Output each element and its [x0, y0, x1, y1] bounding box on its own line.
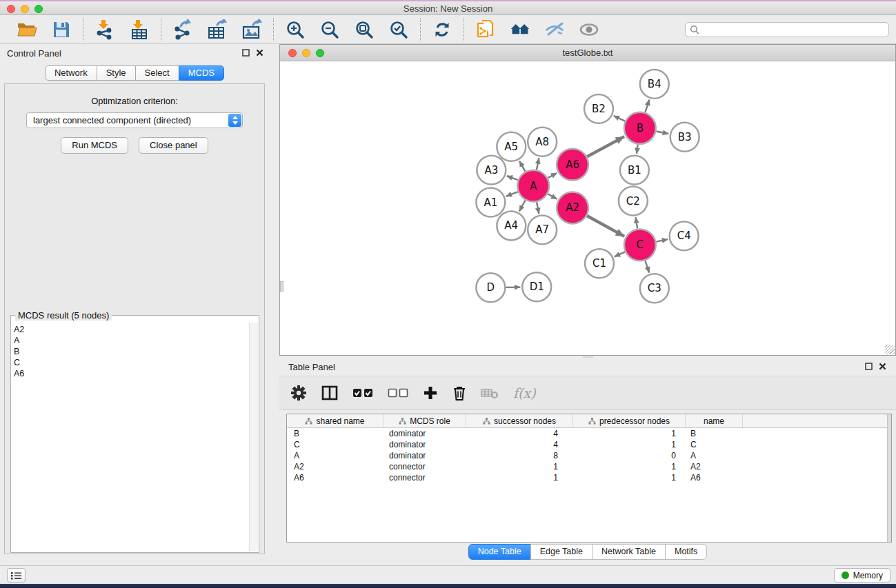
window-resize-grip[interactable] [885, 345, 895, 354]
graph-node-A[interactable]: A [517, 170, 549, 202]
import-network-icon[interactable] [94, 19, 115, 40]
tab-style[interactable]: Style [97, 65, 136, 81]
graph-edge-C-C2[interactable] [636, 217, 638, 229]
result-item[interactable]: C [14, 357, 259, 368]
graph-edge-A-A6[interactable] [548, 173, 557, 178]
close-panel-icon[interactable] [256, 49, 263, 57]
tab-network[interactable]: Network [45, 65, 97, 81]
browse-mode-icon[interactable] [321, 384, 338, 402]
graph-node-B2[interactable]: B2 [584, 94, 613, 123]
float-panel-icon[interactable] [242, 49, 250, 57]
graph-edge-B-B1[interactable] [637, 145, 638, 154]
graph-node-A4[interactable]: A4 [497, 211, 526, 240]
node-table[interactable]: shared name MCDS role successor nodes pr… [286, 414, 892, 543]
graph-node-A7[interactable]: A7 [528, 215, 557, 244]
zoom-in-icon[interactable] [285, 19, 306, 40]
result-scrollbar[interactable] [249, 323, 258, 551]
result-item[interactable]: A6 [14, 368, 259, 379]
mcds-result-list[interactable]: A2 A B C A6 [11, 316, 259, 379]
table-settings-gear-icon[interactable] [290, 384, 307, 402]
graph-node-D1[interactable]: D1 [522, 272, 551, 301]
tab-motifs[interactable]: Motifs [665, 544, 707, 560]
task-history-button[interactable] [7, 568, 26, 582]
delete-column-trash-icon[interactable] [452, 384, 466, 402]
graph-edge-B-B2[interactable] [614, 116, 625, 121]
table-row[interactable]: A6connector11A6 [287, 472, 891, 483]
graph-edge-A-A7[interactable] [537, 202, 539, 214]
tab-network-table[interactable]: Network Table [592, 544, 666, 560]
table-row[interactable]: Cdominator41C [287, 439, 891, 450]
open-session-icon[interactable] [17, 19, 37, 40]
column-header-successor-nodes[interactable]: successor nodes [466, 414, 573, 427]
tab-select[interactable]: Select [135, 65, 179, 81]
column-header-predecessor-nodes[interactable]: predecessor nodes [573, 414, 686, 427]
graph-node-A8[interactable]: A8 [528, 128, 557, 156]
graph-edge-B-B4[interactable] [645, 100, 649, 112]
graph-edge-C-C1[interactable] [615, 252, 625, 256]
memory-button[interactable]: Memory [834, 568, 890, 582]
tab-edge-table[interactable]: Edge Table [530, 544, 593, 560]
graph-node-C4[interactable]: C4 [670, 221, 699, 250]
clone-network-icon[interactable] [475, 19, 496, 40]
export-table-icon[interactable] [207, 19, 228, 40]
table-row[interactable]: Bdominator41B [287, 428, 891, 439]
graph-node-A5[interactable]: A5 [497, 132, 526, 161]
table-row[interactable]: A2connector11A2 [287, 461, 891, 472]
graph-edge-A-A2[interactable] [548, 194, 557, 199]
graph-edge-A2-C[interactable] [587, 216, 624, 236]
graph-edge-C-C4[interactable] [656, 239, 668, 241]
network-graph[interactable]: B4B2BB3B1A5A8A6A3AA1A2A4A7C2C4CC1C3DD1 [280, 61, 896, 355]
result-item[interactable]: B [14, 346, 259, 357]
close-panel-button[interactable]: Close panel [139, 137, 208, 154]
run-mcds-button[interactable]: Run MCDS [61, 137, 128, 154]
home-icon[interactable] [510, 19, 530, 40]
table-row[interactable]: Adominator80A [287, 450, 891, 461]
graph-node-B[interactable]: B [624, 112, 656, 144]
graph-edge-A-A8[interactable] [537, 158, 539, 170]
export-network-icon[interactable] [172, 19, 193, 40]
refresh-icon[interactable] [432, 19, 452, 40]
column-header-shared-name[interactable]: shared name [287, 414, 384, 427]
network-canvas[interactable]: B4B2BB3B1A5A8A6A3AA1A2A4A7C2C4CC1C3DD1 [280, 61, 895, 355]
criterion-dropdown[interactable]: largest connected component (directed) [26, 112, 243, 128]
graph-node-D[interactable]: D [476, 273, 505, 302]
search-input[interactable] [702, 23, 888, 36]
graph-node-A6[interactable]: A6 [557, 149, 588, 181]
graph-node-C[interactable]: C [624, 229, 656, 261]
tab-mcds[interactable]: MCDS [179, 65, 224, 81]
graph-node-B4[interactable]: B4 [640, 70, 669, 99]
export-image-icon[interactable] [241, 19, 262, 40]
table-scrollbar[interactable] [887, 414, 891, 542]
add-column-icon[interactable] [423, 384, 438, 402]
network-window-titlebar[interactable]: testGlobe.txt [280, 45, 895, 61]
graph-node-B3[interactable]: B3 [670, 123, 699, 152]
graph-node-C2[interactable]: C2 [619, 187, 648, 216]
deselect-all-icon[interactable] [388, 384, 408, 402]
graph-edge-B-B3[interactable] [656, 131, 668, 134]
result-item[interactable]: A2 [14, 324, 259, 335]
splitter-handle[interactable] [280, 281, 283, 292]
search-box[interactable] [685, 22, 889, 37]
graph-edge-A-A1[interactable] [506, 192, 518, 196]
graph-edge-C-C3[interactable] [645, 261, 649, 272]
zoom-out-icon[interactable] [319, 19, 340, 40]
float-table-panel-icon[interactable] [865, 363, 873, 370]
zoom-fit-icon[interactable] [354, 19, 375, 40]
column-header-mcds-role[interactable]: MCDS role [384, 414, 466, 427]
graph-node-C3[interactable]: C3 [640, 274, 669, 303]
column-header-name[interactable]: name [686, 414, 743, 427]
graph-edge-A-A3[interactable] [507, 176, 518, 180]
graph-node-A2[interactable]: A2 [557, 192, 588, 224]
zoom-selected-icon[interactable] [388, 19, 409, 40]
graph-node-A3[interactable]: A3 [477, 156, 506, 185]
import-table-icon[interactable] [129, 19, 150, 40]
hide-detail-icon[interactable] [544, 19, 565, 40]
graph-edge-A-A4[interactable] [519, 201, 526, 212]
show-graphics-eye-icon[interactable] [579, 19, 599, 40]
graph-node-C1[interactable]: C1 [585, 249, 614, 278]
result-item[interactable]: A [14, 335, 259, 346]
save-session-icon[interactable] [51, 19, 72, 40]
graph-node-A1[interactable]: A1 [476, 188, 505, 217]
graph-edge-A6-B[interactable] [587, 136, 624, 156]
tab-node-table[interactable]: Node Table [468, 544, 531, 560]
